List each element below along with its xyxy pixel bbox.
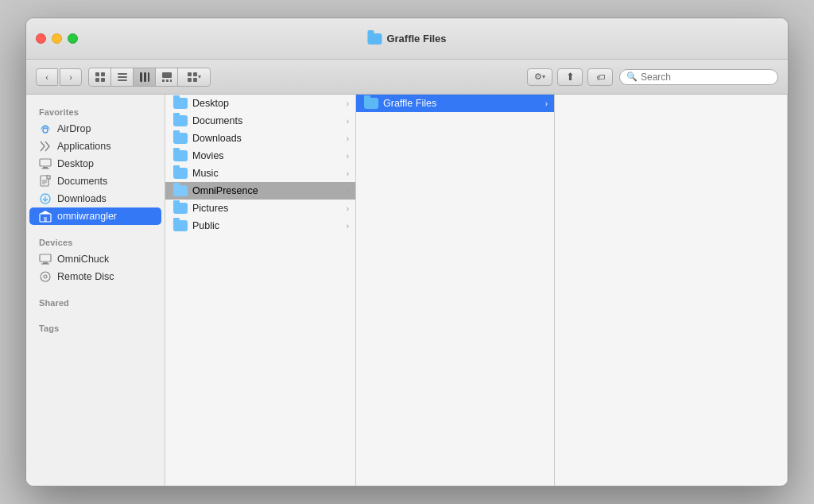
list-view-icon [117, 72, 128, 83]
nav-buttons: ‹ › [36, 68, 82, 86]
list-view-button[interactable] [111, 68, 134, 86]
main-content: Favorites AirDrop [26, 95, 788, 486]
folder-icon-movies [173, 150, 188, 161]
panel-graffle-files [555, 95, 788, 486]
svg-point-34 [44, 275, 47, 278]
maximize-button[interactable] [68, 33, 78, 44]
file-item-music[interactable]: Music › [165, 165, 355, 182]
file-item-graffle-files[interactable]: Graffle Files › [356, 95, 554, 112]
action-buttons: ⚙ ▾ ⬆ 🏷 [527, 68, 613, 86]
action-dropdown-icon: ▾ [542, 73, 545, 80]
svg-rect-30 [40, 254, 51, 262]
group-view-icon [187, 72, 198, 83]
sidebar-item-omniwrangler-label: omniwrangler [57, 211, 117, 222]
back-button[interactable]: ‹ [36, 68, 58, 86]
chevron-icon-desktop: › [347, 99, 349, 108]
close-button[interactable] [36, 33, 46, 44]
chevron-icon-documents: › [347, 117, 349, 126]
svg-rect-5 [118, 76, 127, 78]
tag-icon: 🏷 [596, 72, 605, 82]
sidebar-item-documents-label: Documents [57, 176, 107, 187]
sidebar-item-omnichuck-label: OmniChuck [57, 254, 109, 265]
group-view-button[interactable]: ▾ [178, 68, 210, 86]
file-label-pictures: Pictures [192, 203, 228, 214]
svg-rect-13 [170, 79, 172, 82]
svg-point-18 [43, 128, 48, 133]
titlebar: Graffle Files [26, 18, 788, 60]
back-icon: ‹ [45, 72, 48, 82]
file-item-pictures[interactable]: Pictures › [165, 200, 355, 217]
svg-rect-7 [140, 72, 142, 82]
file-item-desktop[interactable]: Desktop › [165, 95, 355, 112]
downloads-icon [39, 192, 52, 205]
sidebar-item-downloads[interactable]: Downloads [29, 190, 161, 207]
folder-icon-desktop [173, 98, 188, 109]
svg-rect-12 [166, 79, 169, 82]
sidebar-item-desktop[interactable]: Desktop [29, 155, 161, 173]
search-box[interactable]: 🔍 [619, 69, 778, 85]
svg-rect-8 [144, 72, 146, 82]
folder-icon-public [173, 220, 188, 231]
devices-header: Devices [26, 231, 165, 250]
search-icon: 🔍 [626, 72, 638, 82]
svg-point-33 [41, 272, 50, 281]
title-folder-icon [367, 33, 382, 45]
svg-rect-15 [193, 72, 197, 76]
file-item-downloads[interactable]: Downloads › [165, 130, 355, 147]
action-menu-button[interactable]: ⚙ ▾ [527, 68, 552, 86]
svg-rect-11 [162, 79, 165, 82]
svg-rect-19 [40, 159, 51, 166]
finder-window: Graffle Files ‹ › [25, 17, 789, 487]
file-item-movies[interactable]: Movies › [165, 147, 355, 165]
sidebar-item-desktop-label: Desktop [57, 158, 94, 169]
sidebar-item-airdrop-label: AirDrop [57, 123, 91, 134]
sidebar-item-omnichuck[interactable]: OmniChuck [29, 250, 161, 268]
search-input[interactable] [641, 72, 771, 83]
gear-icon: ⚙ [534, 72, 542, 82]
chevron-icon-public: › [347, 222, 349, 231]
minimize-button[interactable] [52, 33, 62, 44]
traffic-lights [36, 33, 78, 44]
sidebar-item-remotedisc-label: Remote Disc [57, 271, 114, 282]
svg-rect-0 [95, 72, 99, 76]
disc-icon [39, 270, 52, 283]
svg-rect-6 [118, 79, 127, 81]
file-label-graffle-files: Graffle Files [383, 98, 436, 109]
forward-button[interactable]: › [60, 68, 82, 86]
panel-omnipresence: Graffle Files › [356, 95, 555, 486]
file-item-omnipresence[interactable]: OmniPresence › [165, 182, 355, 200]
sidebar: Favorites AirDrop [26, 95, 165, 486]
svg-rect-23 [47, 176, 50, 179]
file-item-public[interactable]: Public › [165, 217, 355, 235]
sidebar-item-remotedisc[interactable]: Remote Disc [29, 268, 161, 285]
file-item-documents[interactable]: Documents › [165, 112, 355, 130]
icon-view-button[interactable] [89, 68, 111, 86]
cover-flow-icon [161, 72, 172, 83]
folder-icon-downloads [173, 133, 188, 144]
applications-icon [39, 140, 52, 153]
folder-icon-pictures [173, 203, 188, 214]
share-icon: ⬆ [566, 71, 575, 83]
sidebar-item-applications[interactable]: Applications [29, 138, 161, 155]
svg-rect-2 [95, 78, 99, 82]
chevron-icon-movies: › [347, 152, 349, 161]
folder-icon-music [173, 168, 188, 179]
file-label-omnipresence: OmniPresence [192, 185, 258, 196]
tag-button[interactable]: 🏷 [587, 68, 613, 86]
svg-rect-3 [101, 78, 105, 82]
sidebar-item-airdrop[interactable]: AirDrop [29, 120, 161, 138]
panel-home: Desktop › Documents › Downloads › Movies… [165, 95, 356, 486]
sidebar-item-documents[interactable]: Documents [29, 173, 161, 190]
sidebar-item-omniwrangler[interactable]: omniwrangler [29, 207, 161, 225]
chevron-icon-omnipresence: › [347, 187, 349, 196]
svg-rect-10 [162, 72, 172, 78]
share-button[interactable]: ⬆ [557, 68, 583, 86]
column-view-button[interactable] [134, 68, 156, 86]
cover-flow-button[interactable] [156, 68, 178, 86]
svg-rect-1 [101, 72, 105, 76]
column-view-icon [139, 72, 150, 83]
folder-icon-graffle [364, 98, 378, 109]
sidebar-item-applications-label: Applications [57, 141, 110, 152]
desktop-icon [39, 157, 52, 170]
home-icon [39, 210, 52, 223]
